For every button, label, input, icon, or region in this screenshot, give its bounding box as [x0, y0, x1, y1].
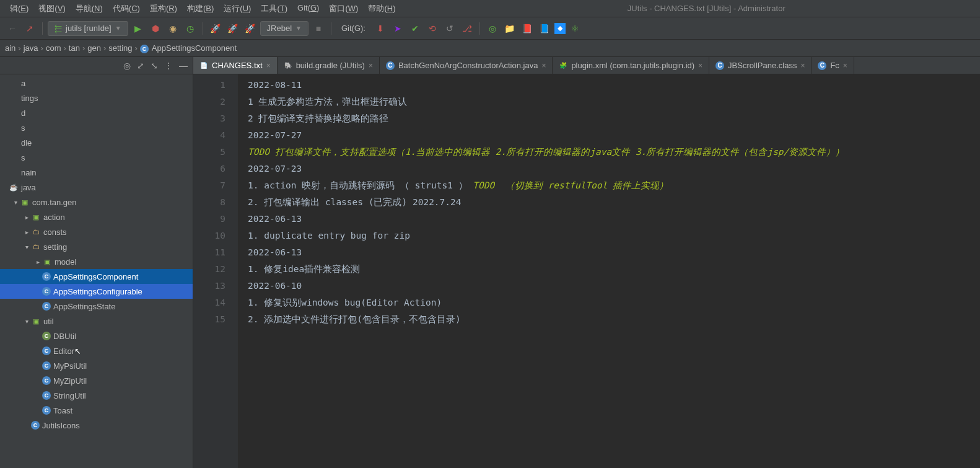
tool-icon-3[interactable]: 📘: [537, 21, 552, 36]
tree-row[interactable]: CJutilsIcons: [0, 418, 193, 433]
tree-row[interactable]: s: [0, 150, 193, 165]
menu-e[interactable]: 辑(E): [5, 1, 33, 17]
select-target-icon[interactable]: ◎: [123, 61, 131, 71]
tree-row[interactable]: s: [0, 120, 193, 135]
tree-row[interactable]: d: [0, 105, 193, 120]
close-icon[interactable]: ×: [843, 61, 847, 70]
jrebel-selector[interactable]: JRebel ▼: [260, 21, 308, 36]
run-config-selector[interactable]: ⬱ jutils [runIde] ▼: [48, 21, 128, 36]
expand-all-icon[interactable]: ⤢: [137, 61, 144, 71]
breadcrumb-part[interactable]: setting: [108, 43, 132, 53]
project-tool-window: ◎ ⤢ ⤡ ⋮ — atingsdsdlesnain☕java▾▣com.tan…: [0, 57, 193, 468]
profile-icon[interactable]: ◷: [183, 21, 198, 36]
tree-chevron-icon[interactable]: ▸: [22, 229, 31, 236]
git-history-icon[interactable]: ⟲: [425, 21, 440, 36]
menu-u[interactable]: 运行(U): [219, 1, 256, 17]
search-everywhere-icon[interactable]: ◎: [485, 21, 500, 36]
menu-h[interactable]: 帮助(H): [363, 1, 400, 17]
editor-tab[interactable]: CFc×: [812, 57, 854, 74]
coverage-icon[interactable]: ◉: [165, 21, 180, 36]
menu-t[interactable]: 工具(T): [256, 1, 292, 17]
editor-tab[interactable]: 📄CHANGES.txt×: [193, 57, 278, 74]
run-icon[interactable]: ▶: [131, 21, 146, 36]
breadcrumb-part[interactable]: com: [46, 43, 61, 53]
code-content[interactable]: 2022-08-111 生成无参构造方法，弹出框进行确认2 打包编译支持替换掉忽…: [238, 74, 980, 468]
menu-c[interactable]: 代码(C): [108, 1, 145, 17]
tree-chevron-icon[interactable]: ▾: [11, 199, 20, 206]
breadcrumb-part[interactable]: tan: [69, 43, 80, 53]
tree-label: AppSettingsState: [53, 302, 115, 311]
collapse-all-icon[interactable]: ⤡: [151, 61, 158, 71]
menu-g[interactable]: Git(G): [292, 1, 324, 17]
tree-row[interactable]: CEditor ↖: [0, 343, 193, 358]
hide-icon[interactable]: —: [179, 61, 188, 71]
git-commit-icon[interactable]: ✔: [408, 21, 422, 36]
tree-chevron-icon[interactable]: ▾: [22, 244, 31, 250]
menu-w[interactable]: 窗口(W): [324, 1, 363, 17]
tree-row[interactable]: ▸▣model: [0, 254, 193, 269]
jrebel-debug-icon[interactable]: 🚀: [243, 21, 258, 36]
class-icon: C: [386, 61, 395, 70]
tree-row[interactable]: CStringUtil: [0, 388, 193, 403]
tree-label: DBUtil: [53, 332, 76, 341]
breadcrumb-part[interactable]: ain: [5, 43, 15, 53]
git-pull-icon[interactable]: ⬇: [373, 21, 388, 36]
tree-row[interactable]: CMyPsiUtil: [0, 358, 193, 373]
stop-icon[interactable]: ■: [311, 21, 326, 36]
tree-row[interactable]: ☕java: [0, 180, 193, 195]
menu-n[interactable]: 导航(N): [71, 1, 108, 17]
back-icon[interactable]: ←: [5, 21, 20, 36]
breadcrumb-part[interactable]: java: [24, 43, 38, 53]
menu-r[interactable]: 重构(R): [145, 1, 182, 17]
tree-row[interactable]: a: [0, 76, 193, 91]
tree-row[interactable]: tings: [0, 91, 193, 105]
close-icon[interactable]: ×: [541, 61, 546, 70]
tree-chevron-icon[interactable]: ▸: [33, 258, 42, 265]
close-icon[interactable]: ×: [800, 61, 805, 70]
tree-row[interactable]: ▸🗀consts: [0, 224, 193, 239]
tree-row[interactable]: CDBUtil: [0, 329, 193, 343]
tree-row[interactable]: CMyZipUtil: [0, 373, 193, 388]
tool-icon-1[interactable]: 📁: [502, 21, 517, 36]
forward-icon[interactable]: ↗: [22, 21, 37, 36]
xml-icon: 🧩: [559, 61, 567, 70]
git-push-icon[interactable]: ➤: [390, 21, 405, 36]
tree-row[interactable]: CAppSettingsState: [0, 299, 193, 314]
breadcrumb-current[interactable]: C AppSettingsComponent: [140, 43, 237, 53]
tree-row[interactable]: ▾▣util: [0, 314, 193, 329]
tree-row[interactable]: CToast: [0, 403, 193, 418]
text-editor[interactable]: 123456789101112131415 2022-08-111 生成无参构造…: [193, 74, 980, 468]
tree-row[interactable]: ▾▣com.tan.gen: [0, 195, 193, 210]
jrebel-icon[interactable]: 🚀: [208, 21, 223, 36]
tree-row[interactable]: ▾🗀setting: [0, 239, 193, 254]
tree-chevron-icon[interactable]: ▸: [22, 214, 31, 221]
tree-row[interactable]: ▸▣action: [0, 210, 193, 224]
tree-row[interactable]: CAppSettingsConfigurable: [0, 284, 193, 299]
menu-v[interactable]: 视图(V): [33, 1, 70, 17]
tree-row[interactable]: CAppSettingsComponent: [0, 269, 193, 284]
editor-tab[interactable]: CBatchGenNoArgConstructorAction.java×: [380, 57, 553, 74]
ide-features-trainer-icon[interactable]: ⚛: [568, 21, 583, 36]
tree-label: MyPsiUtil: [53, 361, 87, 371]
git-rollback-icon[interactable]: ↺: [442, 21, 457, 36]
tab-label: Fc: [830, 61, 839, 70]
tool-icon-2[interactable]: 📕: [520, 21, 535, 36]
options-icon[interactable]: ⋮: [164, 61, 173, 71]
project-tree[interactable]: atingsdsdlesnain☕java▾▣com.tan.gen▸▣acti…: [0, 74, 193, 468]
debug-icon[interactable]: ⬢: [148, 21, 163, 36]
tree-row[interactable]: dle: [0, 135, 193, 150]
menu-b[interactable]: 构建(B): [182, 1, 219, 17]
close-icon[interactable]: ×: [369, 61, 373, 70]
tool-icon-4[interactable]: ◆: [554, 23, 566, 34]
class-icon: C: [818, 61, 826, 70]
tree-chevron-icon[interactable]: ▾: [22, 318, 31, 325]
breadcrumb-part[interactable]: gen: [87, 43, 101, 53]
jrebel-run-icon[interactable]: 🚀: [225, 21, 240, 36]
editor-tab[interactable]: 🧩plugin.xml (com.tan.jutils.plugin.id)×: [553, 57, 709, 74]
editor-tab[interactable]: CJBScrollPane.class×: [709, 57, 812, 74]
tree-row[interactable]: nain: [0, 165, 193, 180]
close-icon[interactable]: ×: [698, 61, 702, 70]
editor-tab[interactable]: 🐘build.gradle (JUtils)×: [278, 57, 380, 74]
close-icon[interactable]: ×: [266, 61, 271, 70]
git-branch-icon[interactable]: ⎇: [460, 21, 475, 36]
